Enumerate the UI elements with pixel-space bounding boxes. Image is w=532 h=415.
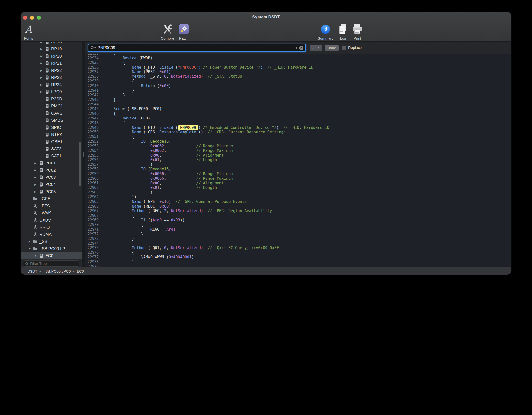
disclosure-triangle-icon[interactable]: ▶ (40, 48, 45, 50)
search-input[interactable]: PNP0C09 1 × (88, 44, 306, 52)
sidebar-item-rdma[interactable]: RDMA (21, 231, 82, 238)
sidebar-scrollbar[interactable] (79, 142, 81, 186)
line-number: 22972 (85, 232, 99, 237)
sidebar-item-gpe[interactable]: _GPE (21, 195, 82, 202)
find-next-button[interactable]: › (316, 45, 322, 51)
sidebar-item-rp21[interactable]: ▶RP21 (21, 60, 82, 67)
replace-checkbox[interactable] (342, 46, 346, 50)
path-bar: DSDT ▸ _SB.PC00.LPC0 ▸ EC0 (21, 267, 511, 275)
done-button[interactable]: Done (325, 45, 339, 51)
disclosure-triangle-icon[interactable]: ▶ (34, 162, 39, 164)
code-line: Name (_HID, EisaId (PNP0C09) /* Embedded… (104, 125, 512, 130)
disclosure-triangle-icon[interactable]: ▶ (40, 90, 45, 93)
sidebar-item-sat1[interactable]: SAT1 (21, 152, 82, 160)
sidebar-item-pts[interactable]: _PTS (21, 202, 82, 209)
sidebar-item-rp22[interactable]: ▶RP22 (21, 67, 82, 74)
disclosure-triangle-icon[interactable]: ▼ (34, 254, 39, 257)
disclosure-triangle-icon[interactable]: ▶ (34, 183, 39, 186)
sidebar-item-p2sb[interactable]: P2SB (21, 95, 82, 103)
clear-search-button[interactable]: × (299, 46, 303, 50)
sidebar-item-uxdv[interactable]: UXDV (21, 217, 82, 224)
sidebar-item-pc03[interactable]: ▶PC03 (21, 174, 82, 181)
sidebar-item-label: _SB.PC00.LP… (39, 246, 69, 251)
sidebar-item-spic[interactable]: SPIC (21, 124, 82, 131)
device-icon (39, 168, 44, 173)
sidebar-item-label: RP19 (51, 47, 62, 52)
sidebar-item-pc01[interactable]: ▶PC01 (21, 160, 82, 167)
sidebar-item-pmc1[interactable]: PMC1 (21, 103, 82, 110)
sidebar-item-rp24[interactable]: ▶RP24 (21, 81, 82, 88)
sidebar-item-label: _PTS (39, 204, 50, 208)
code-editor[interactable]: 2293322934229352293622937229382293922940… (85, 54, 512, 267)
code-line: { (104, 79, 512, 84)
sidebar-item-label: RP20 (51, 54, 62, 59)
toolbar-button-fonts[interactable]: A Fonts (20, 23, 40, 40)
sidebar-item-pc02[interactable]: ▶PC02 (21, 167, 82, 174)
sidebar-item-label: RP21 (51, 61, 62, 66)
filter-tree-input[interactable]: Filter Tree (23, 260, 79, 267)
sidebar-item-rp19[interactable]: ▶RP19 (21, 45, 82, 53)
find-prev-next-group: ‹ › (310, 45, 322, 51)
line-number: 22966 (85, 204, 99, 209)
sidebar-item-label: RP24 (51, 82, 62, 87)
disclosure-triangle-icon[interactable]: ▶ (40, 42, 45, 43)
sidebar-item-label: NTPK (51, 132, 62, 137)
sidebar-item-sat2[interactable]: SAT2 (21, 145, 82, 152)
sidebar-item-smbs[interactable]: SMBS (21, 117, 82, 124)
disclosure-triangle-icon[interactable]: ▶ (40, 62, 45, 65)
disclosure-triangle-icon[interactable]: ▼ (29, 247, 33, 250)
sidebar-item-gbe1[interactable]: GBE1 (21, 138, 82, 145)
sidebar-item-lpc0[interactable]: ▶LPC0 (21, 88, 82, 95)
sidebar-item-wak[interactable]: _WAK (21, 209, 82, 217)
folder-icon (33, 239, 38, 244)
disclosure-triangle-icon[interactable]: ▶ (34, 190, 39, 193)
code-line: Device (EC0) (104, 116, 512, 121)
disclosure-triangle-icon[interactable]: ▶ (40, 76, 45, 79)
find-previous-button[interactable]: ‹ (310, 45, 316, 51)
code-line: } (104, 237, 512, 241)
method-icon (33, 232, 38, 237)
line-number: 22969 (85, 218, 99, 222)
sidebar-item-label: _SB (39, 239, 47, 244)
device-icon (45, 154, 49, 158)
sidebar-item-sb[interactable]: ▶_SB (21, 238, 82, 245)
sidebar-item-rrio[interactable]: RRIO (21, 224, 82, 231)
toolbar-button-patch[interactable]: Patch (173, 23, 195, 40)
sidebar-item-pc05[interactable]: ▶PC05 (21, 188, 82, 195)
sidebar-item-sbpc00lp[interactable]: ▼_SB.PC00.LP… (21, 245, 82, 252)
search-menu-icon[interactable] (90, 46, 96, 50)
line-number: 22973 (85, 237, 99, 241)
line-number: 22934 (85, 56, 99, 60)
pane-splitter[interactable] (82, 42, 85, 267)
sidebar-item-label: UXDV (39, 218, 51, 223)
sidebar-item-rp20[interactable]: ▶RP20 (21, 53, 82, 60)
line-number: 22978 (85, 260, 99, 264)
sidebar-item-pc04[interactable]: ▶PC04 (21, 181, 82, 188)
sidebar-item-cavs[interactable]: CAVS (21, 110, 82, 117)
line-number: 22962 (85, 185, 99, 190)
line-numbers: 2293322934229352293622937229382293922940… (85, 54, 99, 267)
disclosure-triangle-icon[interactable]: ▶ (29, 240, 33, 243)
sidebar-item-ec0[interactable]: ▼EC0 (21, 252, 82, 259)
line-number: 22936 (85, 65, 99, 70)
search-query-text: PNP0C09 (98, 46, 295, 50)
toolbar-button-print[interactable]: Print (346, 23, 368, 40)
line-number: 22937 (85, 70, 99, 74)
splitter-grip-icon (83, 152, 84, 157)
disclosure-triangle-icon[interactable]: ▶ (34, 169, 39, 172)
disclosure-triangle-icon[interactable]: ▶ (40, 69, 45, 72)
find-bar: PNP0C09 1 × ‹ › Done Replace (85, 42, 512, 54)
device-icon (39, 175, 44, 180)
sidebar-item-rp18[interactable]: ▶RP18 (21, 42, 82, 45)
disclosure-triangle-icon[interactable]: ▶ (40, 83, 45, 86)
sidebar-item-rp23[interactable]: ▶RP23 (21, 74, 82, 81)
disclosure-triangle-icon[interactable]: ▶ (40, 55, 45, 58)
code-line: Name (PBST, 0x01) (104, 70, 512, 74)
line-number: 22959 (85, 172, 99, 176)
device-icon (45, 54, 49, 59)
sidebar-item-label: RDMA (39, 232, 52, 237)
sidebar-item-ntpk[interactable]: NTPK (21, 131, 82, 138)
code-area[interactable]: { Device (PWRB) { Name (_HID, EisaId ("P… (104, 54, 512, 267)
code-line: { (104, 111, 512, 116)
disclosure-triangle-icon[interactable]: ▶ (34, 176, 39, 179)
